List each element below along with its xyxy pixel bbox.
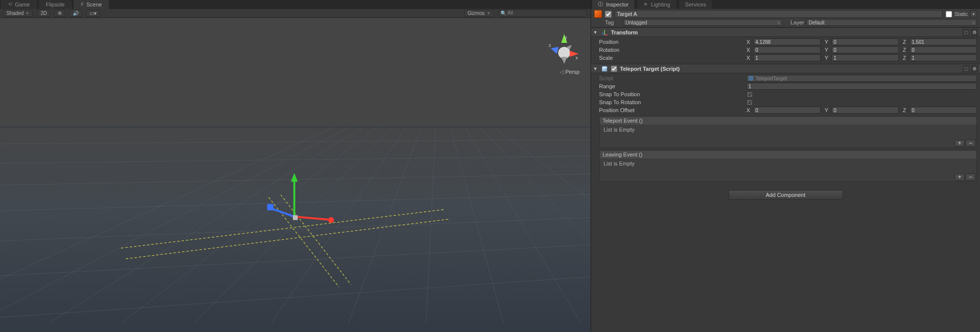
inspector-panel: ⓘ Inspector ☀ Lighting Services	[591, 0, 980, 332]
lighting-toggle[interactable]: ✲	[54, 9, 65, 17]
component-menu-button[interactable]: ⚙	[971, 29, 978, 36]
leaving-event-empty: List is Empty	[600, 159, 977, 173]
add-component-button[interactable]: Add Component	[729, 190, 843, 200]
tag-label: Tag	[605, 19, 621, 25]
leaving-event-title: Leaving Event ()	[600, 151, 977, 159]
svg-line-4	[272, 209, 294, 217]
snap-rotation-label: Snap To Rotation	[599, 99, 743, 105]
tab-scene[interactable]: # Scene	[74, 0, 109, 9]
chevron-down-icon: ‡	[973, 20, 975, 25]
layer-dropdown[interactable]: Default ‡	[806, 19, 977, 26]
snap-rotation-checkbox[interactable]	[746, 99, 753, 106]
tab-lighting[interactable]: ☀ Lighting	[637, 0, 676, 9]
svg-point-3	[328, 217, 334, 223]
leaving-event-add-button[interactable]: +	[955, 173, 965, 180]
shading-dropdown[interactable]: Shaded ▾	[3, 9, 33, 17]
gameobject-name-input[interactable]	[614, 10, 943, 18]
scale-label: Scale	[599, 55, 743, 61]
tag-dropdown[interactable]: Untagged ‡	[623, 19, 782, 26]
tab-inspector[interactable]: ⓘ Inspector	[592, 0, 634, 9]
position-y-input[interactable]	[832, 38, 899, 45]
chevron-down-icon: ▾	[26, 11, 28, 15]
mode-2d-toggle[interactable]: 2D	[37, 9, 50, 17]
tab-game-label: Game	[15, 0, 30, 9]
svg-text:z: z	[549, 43, 551, 48]
teleport-enabled-checkbox[interactable]	[611, 66, 617, 72]
static-checkbox[interactable]	[946, 11, 952, 17]
leaving-event-remove-button[interactable]: −	[966, 173, 976, 180]
tab-flipside[interactable]: Flipside	[39, 0, 72, 9]
scene-tabbar: ⟲ Game Flipside # Scene	[0, 0, 591, 9]
rotation-x-input[interactable]	[753, 46, 821, 53]
tab-inspector-label: Inspector	[606, 0, 628, 9]
fx-toggle[interactable]: ▭▾	[86, 9, 100, 17]
svg-marker-1	[291, 173, 298, 181]
tab-game[interactable]: ⟲ Game	[1, 0, 37, 9]
teleport-event-add-button[interactable]: +	[955, 140, 965, 147]
offset-y-input[interactable]	[832, 107, 899, 114]
offset-x-input[interactable]	[753, 107, 821, 114]
tab-services[interactable]: Services	[679, 0, 712, 9]
position-offset-label: Position Offset	[599, 107, 743, 113]
tab-flipside-label: Flipside	[46, 0, 65, 9]
script-ref-icon	[748, 76, 753, 81]
position-label: Position	[599, 39, 743, 45]
svg-text:y: y	[565, 35, 567, 40]
gameobject-icon[interactable]	[594, 10, 602, 18]
tab-scene-label: Scene	[86, 0, 102, 9]
component-transform: ▼ Transform ⬚ ⚙ Position X	[591, 27, 980, 64]
svg-line-18	[602, 33, 605, 35]
audio-toggle[interactable]: 🔊	[69, 9, 82, 17]
foldout-icon: ▼	[593, 66, 598, 71]
script-icon: c#	[601, 65, 608, 72]
search-icon: 🔍	[500, 10, 506, 16]
component-teleport-target: ▼ c# Teleport Target (Script) ⬚ ⚙ Script	[591, 64, 980, 185]
inspector-tabbar: ⓘ Inspector ☀ Lighting Services	[591, 0, 980, 9]
script-field: TeleportTarget	[746, 75, 977, 82]
static-dropdown[interactable]: ▾	[970, 10, 977, 17]
teleport-event-empty: List is Empty	[600, 125, 977, 140]
script-value: TeleportTarget	[755, 76, 787, 81]
scale-x-input[interactable]	[753, 54, 821, 61]
orientation-gizmo[interactable]: y x z	[547, 32, 582, 67]
scene-search-input[interactable]: 🔍 All	[498, 9, 588, 17]
offset-z-input[interactable]	[910, 107, 977, 114]
static-label: Static	[954, 11, 968, 17]
rotation-z-input[interactable]	[910, 46, 977, 53]
sun-icon: ☀	[643, 0, 648, 9]
scene-toolbar: Shaded ▾ 2D ✲ 🔊 ▭▾ Gizmos ▾ 🔍 All	[0, 9, 591, 18]
svg-rect-6	[293, 215, 298, 220]
info-icon: ⓘ	[598, 0, 603, 9]
chevron-down-icon: ▾	[488, 11, 490, 15]
scale-z-input[interactable]	[910, 54, 977, 61]
rotation-label: Rotation	[599, 47, 743, 53]
svg-marker-11	[561, 57, 567, 64]
add-component-label: Add Component	[766, 192, 806, 198]
tab-lighting-label: Lighting	[651, 0, 670, 9]
scale-y-input[interactable]	[832, 54, 899, 61]
scene-search-placeholder: All	[507, 10, 513, 15]
projection-label[interactable]: ◁ Persp	[560, 69, 580, 75]
rotation-y-input[interactable]	[832, 46, 899, 53]
component-help-button[interactable]: ⬚	[963, 65, 970, 72]
range-label: Range	[599, 83, 743, 89]
teleport-event-remove-button[interactable]: −	[966, 140, 976, 147]
gizmos-label: Gizmos	[468, 10, 485, 16]
scene-viewport[interactable]: y x z ◁ Persp	[0, 18, 591, 332]
position-x-input[interactable]	[753, 38, 821, 45]
range-input[interactable]	[746, 83, 977, 90]
gameobject-enabled-checkbox[interactable]	[605, 11, 612, 17]
snap-position-checkbox[interactable]	[746, 91, 753, 98]
teleport-header[interactable]: ▼ c# Teleport Target (Script) ⬚ ⚙	[591, 64, 980, 73]
layer-value: Default	[809, 20, 825, 25]
leaving-event-block: Leaving Event () List is Empty + −	[599, 150, 977, 182]
component-help-button[interactable]: ⬚	[963, 29, 970, 36]
shading-label: Shaded	[6, 10, 23, 16]
component-menu-button[interactable]: ⚙	[971, 65, 978, 72]
position-z-input[interactable]	[910, 38, 977, 45]
tag-value: Untagged	[625, 20, 647, 25]
transform-header[interactable]: ▼ Transform ⬚ ⚙	[591, 28, 980, 37]
gizmos-dropdown[interactable]: Gizmos ▾	[464, 9, 494, 17]
scene-panel: ⟲ Game Flipside # Scene Shaded ▾ 2D ✲ 🔊 …	[0, 0, 591, 332]
layer-label: Layer	[784, 19, 804, 25]
